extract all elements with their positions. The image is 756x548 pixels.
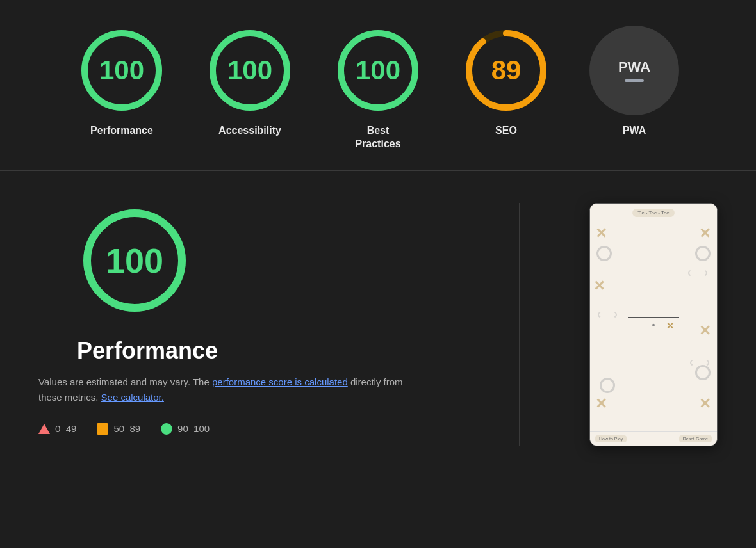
left-panel: 100 Performance Values are estimated and… [38, 203, 487, 446]
score-value-performance: 100 [99, 55, 144, 86]
score-item-best-practices: 100 Best Practices [333, 26, 423, 151]
how-to-play-btn: How to Play [595, 435, 627, 442]
ttt-cell-2: ✕ [666, 321, 674, 331]
screenshot-footer: How to Play Reset Game [590, 431, 717, 446]
deco-x-5: ✕ [595, 396, 607, 412]
green-circle-icon [161, 423, 172, 435]
pwa-text: PWA [618, 59, 650, 76]
score-circle-accessibility: 100 [205, 26, 295, 115]
legend-range-high: 90–100 [177, 423, 210, 434]
score-item-accessibility: 100 Accessibility [205, 26, 295, 138]
ttt-line-v1 [645, 300, 645, 351]
reset-game-btn: Reset Game [679, 435, 712, 442]
pwa-circle: PWA [589, 26, 679, 115]
score-label-performance: Performance [90, 124, 153, 138]
main-score-circle: 100 [77, 203, 192, 318]
score-circle-best-practices: 100 [333, 26, 423, 115]
deco-x-3: ✕ [593, 278, 605, 294]
ttt-line-h1 [628, 317, 679, 318]
deco-x-4: ✕ [699, 323, 711, 339]
vertical-divider [519, 203, 520, 446]
legend-range-low: 0–49 [55, 423, 76, 434]
deco-o-1 [596, 246, 612, 261]
red-triangle-icon [38, 424, 50, 434]
legend-item-mid: 50–89 [97, 423, 140, 435]
bottom-section: 100 Performance Values are estimated and… [0, 171, 756, 472]
screenshot-body: ✕ ✕ ✕ ✕ ✕ ✕ [590, 220, 717, 431]
top-scores-section: 100 Performance 100 Accessibility 100 Be… [0, 0, 756, 171]
orange-square-icon [97, 423, 108, 435]
deco-squiggle-1 [688, 268, 707, 278]
description-text: Values are estimated and may vary. The [38, 376, 210, 387]
legend-range-mid: 50–89 [113, 423, 140, 434]
deco-x-2: ✕ [699, 225, 711, 242]
performance-score-link[interactable]: performance score is calculated [212, 376, 348, 387]
score-item-seo: 89 SEO [461, 26, 551, 138]
center-dot [652, 323, 655, 326]
deco-squiggle-2 [598, 310, 617, 319]
score-item-performance: 100 Performance [77, 26, 167, 138]
score-value-accessibility: 100 [227, 55, 272, 86]
main-section-title: Performance [77, 337, 218, 364]
score-label-seo: SEO [495, 124, 517, 138]
score-label-pwa: PWA [623, 124, 646, 138]
screenshot-app-title: Tic - Tac - Toe [632, 209, 675, 217]
legend-item-high: 90–100 [161, 423, 210, 435]
screenshot-header: Tic - Tac - Toe [590, 204, 717, 220]
deco-x-6: ✕ [699, 396, 711, 412]
score-circle-performance: 100 [77, 26, 167, 115]
calculator-link[interactable]: See calculator. [101, 392, 164, 403]
deco-squiggle-3 [690, 358, 709, 367]
score-legend: 0–49 50–89 90–100 [38, 423, 210, 435]
deco-o-3 [600, 378, 615, 393]
score-circle-seo: 89 [461, 26, 551, 115]
ttt-line-h2 [628, 334, 679, 334]
score-label-accessibility: Accessibility [218, 124, 281, 138]
right-panel: Tic - Tac - Toe ✕ ✕ ✕ ✕ ✕ ✕ [589, 203, 718, 446]
pwa-dash-line [625, 79, 644, 82]
main-description: Values are estimated and may vary. The p… [38, 375, 423, 405]
score-value-seo: 89 [491, 55, 522, 86]
ttt-line-v2 [662, 300, 662, 351]
deco-x-1: ✕ [595, 225, 607, 242]
deco-o-2 [695, 246, 711, 261]
screenshot-content: Tic - Tac - Toe ✕ ✕ ✕ ✕ ✕ ✕ [590, 204, 717, 446]
legend-item-low: 0–49 [38, 423, 76, 434]
score-item-pwa: PWA PWA [589, 26, 679, 138]
main-score-value: 100 [106, 241, 163, 280]
score-value-best-practices: 100 [356, 55, 400, 86]
app-screenshot: Tic - Tac - Toe ✕ ✕ ✕ ✕ ✕ ✕ [589, 203, 718, 446]
score-label-best-practices: Best Practices [355, 124, 400, 151]
